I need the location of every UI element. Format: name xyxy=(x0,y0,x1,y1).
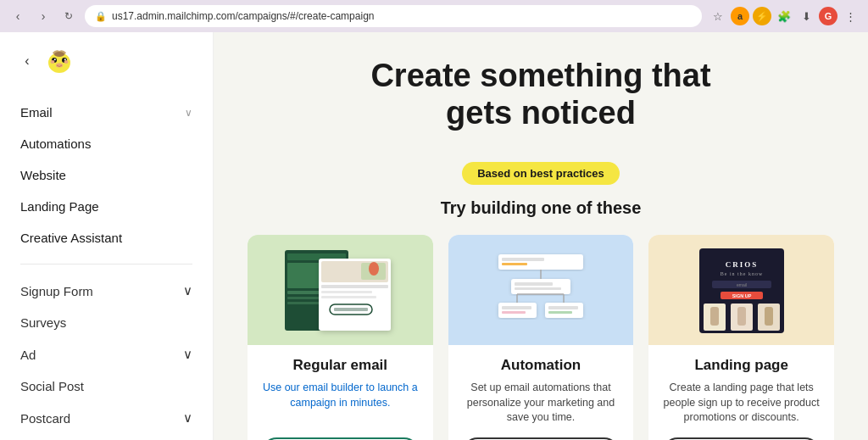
landing-card-body: Landing page Create a landing page that … xyxy=(648,345,834,440)
best-practices-badge: Based on best practices xyxy=(462,162,620,185)
sidebar-item-landing-page[interactable]: Landing Page xyxy=(0,191,213,222)
chevron-down-icon: ∨ xyxy=(185,107,192,119)
user-avatar: G xyxy=(819,7,837,25)
svg-rect-34 xyxy=(548,306,578,309)
svg-point-4 xyxy=(64,58,66,60)
lock-icon: 🔒 xyxy=(95,11,107,22)
sidebar-logo: ‹ xyxy=(0,32,213,90)
app-layout: ‹ Email ∨ Automations xyxy=(0,32,868,440)
page-title: Create something that gets noticed xyxy=(370,58,710,131)
svg-rect-30 xyxy=(498,303,537,318)
svg-rect-31 xyxy=(502,306,531,309)
landing-page-card: CRIOS Be in the know email SIGN UP xyxy=(648,235,834,440)
menu-button[interactable]: ⋮ xyxy=(841,7,860,25)
sidebar-item-social-post[interactable]: Social Post xyxy=(0,370,213,402)
svg-text:SIGN UP: SIGN UP xyxy=(732,292,751,298)
main-content: Create something that gets noticed Based… xyxy=(214,32,868,440)
try-building-title: Try building one of these xyxy=(441,198,642,218)
svg-rect-27 xyxy=(511,279,570,294)
star-button[interactable]: ☆ xyxy=(709,7,727,25)
regular-email-card: Regular email Use our email builder to l… xyxy=(248,235,433,440)
amazon-icon: a xyxy=(731,7,749,25)
svg-rect-24 xyxy=(498,254,583,270)
automation-card-image xyxy=(448,235,634,345)
svg-rect-28 xyxy=(515,282,553,286)
svg-rect-35 xyxy=(548,311,572,314)
download-button[interactable]: ⬇ xyxy=(797,7,815,25)
automation-card-body: Automation Set up email automations that… xyxy=(448,345,634,440)
url-bar[interactable]: 🔒 us17.admin.mailchimp.com/campaigns/#/c… xyxy=(85,5,702,27)
sidebar-primary-nav: Email ∨ Automations Website Landing Page… xyxy=(0,90,213,440)
email-card-body: Regular email Use our email builder to l… xyxy=(248,345,433,440)
bolt-icon: ⚡ xyxy=(753,7,771,25)
svg-point-8 xyxy=(54,52,64,57)
svg-rect-26 xyxy=(502,263,527,265)
chevron-down-icon: ∨ xyxy=(183,347,192,362)
svg-point-23 xyxy=(369,262,379,276)
landing-card-title: Landing page xyxy=(662,357,821,374)
nav-divider xyxy=(20,264,192,265)
email-card-title: Regular email xyxy=(261,357,420,374)
url-text: us17.admin.mailchimp.com/campaigns/#/cre… xyxy=(112,10,374,22)
svg-point-3 xyxy=(54,58,56,60)
svg-rect-50 xyxy=(710,307,719,326)
svg-rect-18 xyxy=(321,291,372,293)
cards-row: Regular email Use our email builder to l… xyxy=(248,235,834,440)
landing-card-desc: Create a landing page that lets people s… xyxy=(662,381,821,426)
landing-thumbnail: CRIOS Be in the know email SIGN UP xyxy=(682,242,801,339)
svg-rect-25 xyxy=(502,258,544,261)
sidebar-item-creative-assistant[interactable]: Creative Assistant xyxy=(0,222,213,253)
forward-button[interactable]: › xyxy=(34,7,53,25)
back-button[interactable]: ‹ xyxy=(8,7,27,25)
browser-chrome: ‹ › ↻ 🔒 us17.admin.mailchimp.com/campaig… xyxy=(0,0,868,32)
sidebar-item-surveys[interactable]: Surveys xyxy=(0,307,213,338)
extensions-button[interactable]: 🧩 xyxy=(775,7,793,25)
sidebar: ‹ Email ∨ Automations xyxy=(0,32,214,440)
svg-text:CRIOS: CRIOS xyxy=(725,260,758,269)
email-card-image xyxy=(248,235,433,345)
email-thumbnail xyxy=(281,242,399,339)
chevron-down-icon: ∨ xyxy=(183,410,192,426)
automation-card-title: Automation xyxy=(462,357,620,374)
landing-card-image: CRIOS Be in the know email SIGN UP xyxy=(648,235,834,345)
svg-rect-29 xyxy=(515,287,561,290)
svg-rect-32 xyxy=(502,311,526,314)
back-nav-button[interactable]: ‹ xyxy=(17,51,37,71)
sidebar-item-ad[interactable]: Ad ∨ xyxy=(0,338,213,370)
svg-rect-19 xyxy=(321,296,376,298)
sidebar-item-signup-form[interactable]: Signup Form ∨ xyxy=(0,275,213,307)
automation-thumbnail xyxy=(481,242,600,339)
email-card-desc: Use our email builder to launch a campai… xyxy=(261,381,420,426)
svg-point-7 xyxy=(64,60,69,64)
svg-point-6 xyxy=(51,60,55,64)
svg-rect-33 xyxy=(545,303,583,318)
svg-text:email: email xyxy=(737,281,747,287)
sidebar-item-automations[interactable]: Automations xyxy=(0,128,213,159)
chevron-down-icon: ∨ xyxy=(183,283,192,298)
svg-rect-17 xyxy=(321,285,388,288)
automation-card-desc: Set up email automations that personaliz… xyxy=(462,381,620,426)
mailchimp-logo xyxy=(44,46,75,76)
sidebar-item-postcard[interactable]: Postcard ∨ xyxy=(0,402,213,434)
svg-rect-51 xyxy=(737,307,746,326)
svg-rect-21 xyxy=(334,308,368,311)
sidebar-item-email[interactable]: Email ∨ xyxy=(0,97,213,128)
browser-actions: ☆ a ⚡ 🧩 ⬇ G ⋮ xyxy=(709,7,860,25)
sidebar-item-website[interactable]: Website xyxy=(0,159,213,191)
automation-card: Automation Set up email automations that… xyxy=(448,235,634,440)
reload-button[interactable]: ↻ xyxy=(59,7,78,25)
svg-text:Be in the know: Be in the know xyxy=(720,271,763,276)
svg-rect-52 xyxy=(765,307,773,326)
